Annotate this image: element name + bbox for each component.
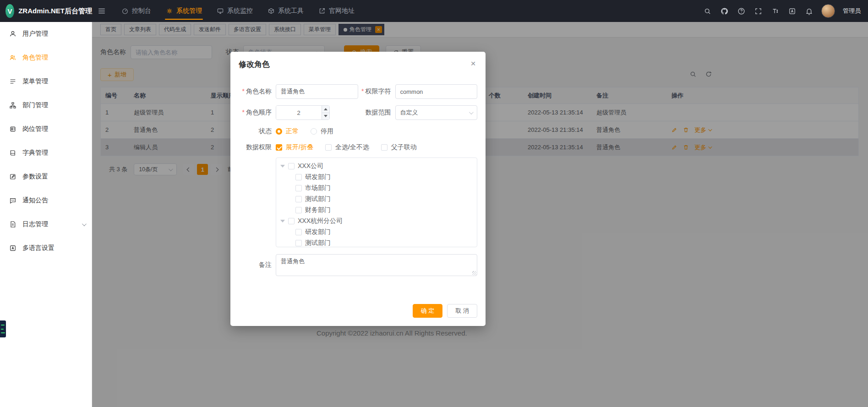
remark-textarea[interactable]: 普通角色	[276, 254, 477, 276]
topnav-system-tools[interactable]: 系统工具	[260, 0, 311, 22]
sidebar: 用户管理 角色管理 菜单管理 部门管理 岗位管理 字典管理 参数设置 通知公告	[0, 22, 92, 407]
radio-label: 正常	[286, 127, 299, 136]
tree-node-label: XXX杭州分公司	[298, 217, 343, 225]
cancel-button[interactable]: 取 消	[447, 304, 477, 318]
checkbox-label: 展开/折叠	[286, 143, 313, 152]
checkbox-label: 全选/全不选	[335, 143, 369, 152]
bar-icon	[1, 332, 5, 333]
font-size-icon[interactable]	[770, 6, 780, 16]
sidebar-item-logs[interactable]: 日志管理	[0, 212, 92, 236]
top-header: V ZRAdmin.NET后台管理 控制台 系统管理 系统监控 系统工具	[0, 0, 868, 22]
tree-node-root[interactable]: XXX杭州分公司	[276, 216, 477, 227]
tree-checkbox[interactable]	[288, 163, 295, 169]
sidebar-item-parameters[interactable]: 参数设置	[0, 165, 92, 189]
dialog-role-name-input[interactable]	[276, 84, 358, 99]
resize-handle-icon[interactable]	[472, 271, 476, 275]
caret-up-icon	[324, 108, 328, 110]
message-icon	[9, 197, 16, 204]
status-normal-radio[interactable]: 正常	[276, 127, 299, 136]
topnav-label: 控制台	[132, 7, 151, 15]
tree-node-child[interactable]: 市场部门	[276, 183, 477, 194]
language-a-icon	[9, 244, 16, 252]
sidebar-item-label: 角色管理	[22, 54, 48, 62]
tree-checkbox[interactable]	[288, 218, 295, 224]
data-scope-value: 自定义	[400, 109, 418, 117]
confirm-button[interactable]: 确 定	[413, 304, 443, 318]
sidebar-item-posts[interactable]: 岗位管理	[0, 117, 92, 141]
performance-widget[interactable]	[0, 320, 6, 337]
user-avatar[interactable]	[821, 4, 835, 18]
help-icon[interactable]	[737, 6, 746, 16]
tree-node-child[interactable]: 测试部门	[276, 194, 477, 205]
tree-node-label: 市场部门	[305, 184, 331, 192]
tree-checkbox[interactable]	[295, 240, 302, 246]
tree-node-label: 财务部门	[305, 206, 331, 214]
role-icon	[9, 54, 16, 61]
decrement-button[interactable]	[322, 113, 329, 120]
dialog-role-name-label: *角色名称	[239, 87, 272, 96]
dialog-status-label: 状态	[239, 127, 272, 136]
sitemap-icon	[9, 102, 16, 109]
tree-node-child[interactable]: 研发部门	[276, 227, 477, 238]
tree-node-child[interactable]: 测试部门	[276, 238, 477, 247]
fullscreen-icon[interactable]	[753, 6, 763, 16]
menu-list-icon	[9, 78, 16, 85]
parent-child-link-checkbox[interactable]: 父子联动	[381, 143, 417, 152]
caret-down-icon[interactable]	[280, 220, 285, 222]
expand-collapse-checkbox[interactable]: 展开/折叠	[276, 143, 313, 152]
edit-square-icon	[9, 173, 16, 180]
sidebar-item-users[interactable]: 用户管理	[0, 22, 92, 46]
close-icon[interactable]: ×	[468, 58, 478, 68]
sidebar-item-dictionary[interactable]: 字典管理	[0, 141, 92, 165]
tree-node-child[interactable]: 研发部门	[276, 172, 477, 183]
tree-node-child[interactable]: 财务部门	[276, 205, 477, 216]
caret-down-icon[interactable]	[280, 165, 285, 168]
bar-icon	[1, 325, 5, 326]
tree-checkbox[interactable]	[295, 185, 302, 191]
search-icon[interactable]	[703, 6, 712, 16]
topnav-label: 系统工具	[278, 7, 304, 15]
sidebar-toggle-button[interactable]	[92, 0, 111, 22]
permission-tree: XXX公司 研发部门 市场部门 测试部门	[276, 157, 477, 247]
tree-checkbox[interactable]	[295, 207, 302, 213]
topnav-system-monitor[interactable]: 系统监控	[209, 0, 260, 22]
sidebar-item-languages[interactable]: 多语言设置	[0, 236, 92, 260]
tree-checkbox[interactable]	[295, 229, 302, 235]
tree-node-label: 测试部门	[305, 239, 331, 247]
select-all-checkbox[interactable]: 全选/全不选	[325, 143, 369, 152]
sidebar-item-label: 通知公告	[22, 196, 48, 205]
data-scope-select[interactable]: 自定义	[395, 105, 478, 120]
username-label: 管理员	[843, 7, 861, 15]
dialog-scope-label: 数据范围	[358, 109, 391, 117]
tree-node-label: 研发部门	[305, 228, 331, 236]
tree-checkbox[interactable]	[295, 174, 302, 180]
document-icon	[9, 221, 16, 228]
tree-node-root[interactable]: XXX公司	[276, 161, 477, 172]
topnav-console[interactable]: 控制台	[114, 0, 158, 22]
sidebar-item-departments[interactable]: 部门管理	[0, 93, 92, 117]
app-screen: V ZRAdmin.NET后台管理 控制台 系统管理 系统监控 系统工具	[0, 0, 868, 407]
tree-checkbox[interactable]	[295, 196, 302, 202]
sidebar-item-label: 部门管理	[22, 101, 48, 109]
bar-icon	[1, 329, 4, 330]
dialog-perm-label: *权限字符	[358, 87, 391, 96]
sidebar-item-label: 多语言设置	[22, 244, 55, 252]
dialog-perm-input[interactable]	[395, 84, 478, 99]
sidebar-item-menus[interactable]: 菜单管理	[0, 70, 92, 93]
chevron-down-icon	[469, 110, 474, 114]
language-icon[interactable]	[787, 6, 797, 16]
header-actions: 管理员	[703, 4, 868, 18]
notification-bell-icon[interactable]	[804, 6, 813, 16]
sidebar-item-label: 参数设置	[22, 173, 48, 181]
dialog-footer: 确 定 取 消	[413, 304, 477, 318]
github-icon[interactable]	[720, 6, 729, 16]
sidebar-item-roles[interactable]: 角色管理	[0, 46, 92, 70]
increment-button[interactable]	[322, 106, 329, 113]
sidebar-item-notices[interactable]: 通知公告	[0, 189, 92, 212]
app-logo[interactable]: V ZRAdmin.NET后台管理	[0, 0, 92, 22]
topnav-system-management[interactable]: 系统管理	[158, 0, 209, 22]
topnav-website[interactable]: 官网地址	[311, 0, 362, 22]
monitor-icon	[217, 7, 224, 15]
sidebar-item-label: 用户管理	[22, 30, 48, 38]
status-disabled-radio[interactable]: 停用	[311, 127, 333, 136]
